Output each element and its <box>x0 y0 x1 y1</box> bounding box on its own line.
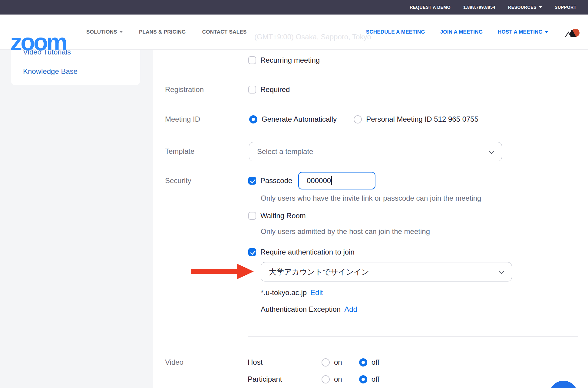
arrow-tail <box>191 269 238 274</box>
user-avatar[interactable] <box>565 27 580 37</box>
recurring-meeting-label: Recurring meeting <box>260 56 320 64</box>
phone-number[interactable]: 1.888.799.8854 <box>463 5 495 10</box>
nav-join-meeting[interactable]: JOIN A MEETING <box>440 29 483 35</box>
nav-host-meeting[interactable]: HOST A MEETING <box>498 29 548 35</box>
passcode-helper-text: Only users who have the invite link or p… <box>261 194 481 202</box>
auth-domain-row: *.u-tokyo.ac.jp Edit <box>261 287 323 299</box>
nav-solutions[interactable]: SOLUTIONS <box>86 29 123 35</box>
waiting-room-helper-text: Only users admitted by the host can join… <box>261 227 430 236</box>
meeting-nav: SCHEDULE A MEETING JOIN A MEETING HOST A… <box>366 15 580 49</box>
primary-nav: SOLUTIONS PLANS & PRICING CONTACT SALES <box>86 15 247 49</box>
registration-required-row: Required <box>248 84 290 96</box>
authentication-method-select[interactable]: 大学アカウントでサインイン <box>261 262 512 281</box>
video-participant-row: Participant on off <box>248 373 379 385</box>
edit-domain-link[interactable]: Edit <box>310 288 323 297</box>
caret-down-icon <box>545 31 548 33</box>
host-off-label: off <box>372 358 379 367</box>
caret-down-icon <box>539 6 542 8</box>
require-authentication-row: Require authentication to join <box>248 246 355 258</box>
recurring-meeting-row: Recurring meeting <box>248 54 320 66</box>
main-header: (GMT+9:00) Osaka, Sapporo, Tokyo zoom SO… <box>0 15 588 49</box>
add-exception-link[interactable]: Add <box>344 305 357 314</box>
sidebar-link-knowledge-base[interactable]: Knowledge Base <box>23 67 78 76</box>
zoom-schedule-meeting-page: { "topbar": { "items": ["REQUEST A DEMO"… <box>0 0 588 388</box>
participant-off-label: off <box>372 375 379 383</box>
auth-exception-row: Authentication Exception Add <box>261 303 357 315</box>
host-video-off-radio[interactable] <box>359 358 367 367</box>
participant-label: Participant <box>248 375 317 383</box>
request-demo-link[interactable]: REQUEST A DEMO <box>410 5 451 10</box>
recurring-meeting-checkbox[interactable] <box>248 56 256 64</box>
registration-required-label: Required <box>260 85 290 94</box>
waiting-room-label: Waiting Room <box>260 212 306 220</box>
template-label: Template <box>165 147 194 156</box>
host-on-label: on <box>334 358 342 367</box>
arrow-head <box>237 264 254 279</box>
passcode-checkbox[interactable] <box>248 177 256 185</box>
section-divider <box>248 336 578 337</box>
authentication-method-value: 大学アカウントでサインイン <box>269 267 369 277</box>
registration-label: Registration <box>165 85 204 94</box>
participant-video-on-radio[interactable] <box>322 375 330 383</box>
nav-contact-sales[interactable]: CONTACT SALES <box>202 29 247 35</box>
host-label: Host <box>248 358 317 367</box>
auth-exception-label: Authentication Exception <box>261 305 341 314</box>
waiting-room-row: Waiting Room <box>248 210 306 222</box>
passcode-label: Passcode <box>260 176 292 185</box>
meeting-id-label: Meeting ID <box>165 115 200 123</box>
waiting-room-checkbox[interactable] <box>248 212 256 220</box>
nav-plans-pricing[interactable]: PLANS & PRICING <box>139 29 186 35</box>
video-label: Video <box>165 358 183 367</box>
generate-automatically-label: Generate Automatically <box>262 115 337 123</box>
template-select[interactable]: Select a template <box>249 142 502 161</box>
chevron-down-icon <box>499 269 504 274</box>
help-floating-button[interactable] <box>549 381 578 388</box>
passcode-input[interactable]: 000000 <box>298 172 375 189</box>
text-cursor <box>331 176 332 185</box>
support-link[interactable]: SUPPORT <box>555 5 576 10</box>
top-utility-bar: REQUEST A DEMO 1.888.799.8854 RESOURCES … <box>0 0 588 15</box>
participant-on-label: on <box>334 375 342 383</box>
video-host-row: Host on off <box>248 356 379 368</box>
security-label: Security <box>165 176 191 185</box>
red-annotation-arrow <box>191 264 254 279</box>
avatar-mountain-white-shape <box>566 33 571 37</box>
caret-down-icon <box>120 31 123 33</box>
template-select-value: Select a template <box>257 147 313 156</box>
registration-required-checkbox[interactable] <box>248 86 256 94</box>
resources-menu[interactable]: RESOURCES <box>508 5 542 10</box>
require-authentication-checkbox[interactable] <box>248 248 256 256</box>
host-video-on-radio[interactable] <box>322 358 330 367</box>
passcode-value: 000000 <box>307 176 331 185</box>
meeting-id-options-row: Generate Automatically Personal Meeting … <box>249 113 478 125</box>
participant-video-off-radio[interactable] <box>359 375 367 383</box>
ghost-timezone-text: (GMT+9:00) Osaka, Sapporo, Tokyo <box>254 33 371 41</box>
generate-automatically-radio[interactable] <box>249 115 257 123</box>
passcode-row: Passcode <box>248 175 292 187</box>
zoom-logo[interactable]: zoom <box>10 30 66 54</box>
personal-meeting-id-radio[interactable] <box>354 115 362 123</box>
auth-domain-value: *.u-tokyo.ac.jp <box>261 288 307 297</box>
chevron-down-icon <box>489 149 494 154</box>
require-authentication-label: Require authentication to join <box>260 248 355 256</box>
personal-meeting-id-label: Personal Meeting ID 512 965 0755 <box>366 115 478 123</box>
nav-schedule-meeting[interactable]: SCHEDULE A MEETING <box>366 29 425 35</box>
